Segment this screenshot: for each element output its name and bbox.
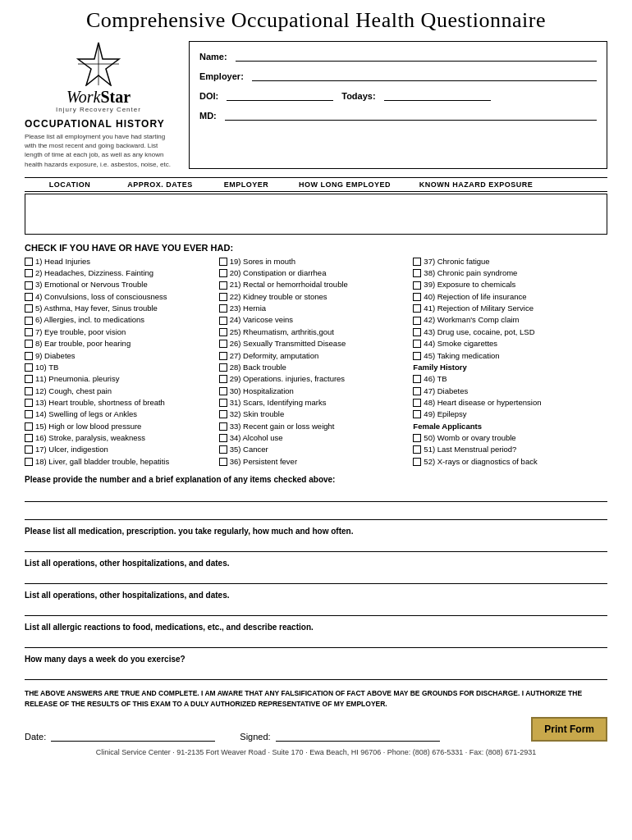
checkbox[interactable] bbox=[25, 458, 33, 466]
checkbox[interactable] bbox=[25, 399, 33, 407]
check-item: 10) TB bbox=[25, 363, 219, 372]
checkbox[interactable] bbox=[25, 281, 33, 290]
check-col-3: 37) Chronic fatigue38) Chronic pain synd… bbox=[413, 257, 607, 468]
checkbox[interactable] bbox=[219, 445, 227, 454]
checkbox[interactable] bbox=[25, 445, 33, 454]
checkbox[interactable] bbox=[413, 445, 421, 454]
checkbox[interactable] bbox=[25, 375, 33, 383]
signed-input-line[interactable] bbox=[276, 728, 440, 742]
checkbox[interactable] bbox=[413, 399, 421, 407]
checkbox[interactable] bbox=[413, 304, 421, 313]
check-item: 43) Drug use, cocaine, pot, LSD bbox=[413, 327, 607, 337]
checkbox[interactable] bbox=[25, 340, 33, 348]
operations-line-2[interactable] bbox=[25, 601, 607, 616]
operations-line-1[interactable] bbox=[25, 569, 607, 584]
medication-line[interactable] bbox=[25, 537, 607, 552]
check-item: 5) Asthma, Hay fever, Sinus trouble bbox=[25, 304, 219, 313]
checkbox[interactable] bbox=[25, 434, 33, 442]
check-col-2: 19) Sores in mouth20) Constipation or di… bbox=[219, 257, 414, 468]
checkbox[interactable] bbox=[25, 387, 33, 395]
check-item: 14) Swelling of legs or Ankles bbox=[25, 409, 219, 419]
date-input-line[interactable] bbox=[51, 728, 215, 742]
checkbox[interactable] bbox=[413, 458, 421, 466]
check-item: 12) Cough, chest pain bbox=[25, 386, 219, 396]
check-item: 31) Scars, Identifying marks bbox=[219, 398, 414, 408]
col-location-header: LOCATION bbox=[25, 180, 115, 189]
occ-history-title: OCCUPATIONAL HISTORY bbox=[25, 118, 172, 130]
checkbox[interactable] bbox=[413, 410, 421, 418]
checkbox[interactable] bbox=[219, 328, 227, 336]
checkbox[interactable] bbox=[413, 387, 421, 395]
checkbox[interactable] bbox=[413, 352, 421, 360]
checkbox[interactable] bbox=[413, 340, 421, 348]
date-field: Date: bbox=[25, 728, 215, 742]
check-item: 30) Hospitalization bbox=[219, 386, 414, 396]
check-item: 16) Stroke, paralysis, weakness bbox=[25, 433, 219, 443]
checkbox[interactable] bbox=[413, 258, 421, 266]
checkbox[interactable] bbox=[219, 387, 227, 395]
employer-input-line[interactable] bbox=[252, 68, 597, 81]
page-title: Comprehensive Occupational Health Questi… bbox=[25, 8, 607, 33]
check-grid: 1) Head Injuries2) Headaches, Dizziness.… bbox=[25, 257, 607, 468]
checkbox[interactable] bbox=[219, 399, 227, 407]
checkbox[interactable] bbox=[219, 340, 227, 348]
checkbox[interactable] bbox=[219, 317, 227, 325]
allergic-line[interactable] bbox=[25, 633, 607, 648]
provide-answer-line-1[interactable] bbox=[25, 487, 607, 502]
col-howlong-header: HOW LONG EMPLOYED bbox=[287, 180, 402, 189]
checkbox[interactable] bbox=[413, 281, 421, 290]
provide-section: Please provide the number and a brief ex… bbox=[25, 475, 607, 520]
md-input-line[interactable] bbox=[225, 107, 597, 121]
md-label: MD: bbox=[199, 111, 217, 121]
checkbox[interactable] bbox=[25, 363, 33, 372]
col-employer-header: EMPLOYER bbox=[205, 180, 287, 189]
checkbox[interactable] bbox=[219, 410, 227, 418]
doi-label: DOI: bbox=[199, 91, 218, 101]
checkbox[interactable] bbox=[219, 375, 227, 383]
checkbox[interactable] bbox=[25, 293, 33, 301]
todays-input-line[interactable] bbox=[384, 88, 491, 101]
checkbox[interactable] bbox=[413, 293, 421, 301]
checkbox[interactable] bbox=[25, 258, 33, 266]
doi-input-line[interactable] bbox=[227, 88, 333, 101]
print-form-button[interactable]: Print Form bbox=[531, 717, 607, 742]
check-item: Family History bbox=[413, 363, 607, 372]
checkbox[interactable] bbox=[413, 269, 421, 277]
checkbox[interactable] bbox=[219, 293, 227, 301]
name-input-line[interactable] bbox=[236, 48, 597, 62]
table-header: LOCATION APPROX. DATES EMPLOYER HOW LONG… bbox=[25, 177, 607, 192]
signed-label: Signed: bbox=[240, 732, 270, 742]
checkbox[interactable] bbox=[413, 328, 421, 336]
checkbox[interactable] bbox=[219, 269, 227, 277]
checkbox[interactable] bbox=[219, 458, 227, 466]
check-item: 28) Back trouble bbox=[219, 363, 414, 372]
checkbox[interactable] bbox=[219, 352, 227, 360]
checkbox[interactable] bbox=[219, 422, 227, 431]
checkbox[interactable] bbox=[413, 375, 421, 383]
bottom-row: Date: Signed: Print Form bbox=[25, 717, 607, 742]
logo-section: WorkStar Injury Recovery Center OCCUPATI… bbox=[25, 41, 172, 169]
name-row: Name: bbox=[199, 48, 597, 62]
checkbox[interactable] bbox=[25, 269, 33, 277]
employment-table-body[interactable] bbox=[25, 194, 607, 235]
checkbox[interactable] bbox=[25, 352, 33, 360]
checkbox[interactable] bbox=[219, 304, 227, 313]
checkbox[interactable] bbox=[413, 434, 421, 442]
check-item: 26) Sexually Transmitted Disease bbox=[219, 339, 414, 349]
checkbox[interactable] bbox=[25, 317, 33, 325]
checkbox[interactable] bbox=[25, 422, 33, 431]
checkbox[interactable] bbox=[219, 434, 227, 442]
checkbox[interactable] bbox=[25, 304, 33, 313]
checkbox[interactable] bbox=[25, 410, 33, 418]
checkbox[interactable] bbox=[413, 317, 421, 325]
exercise-line[interactable] bbox=[25, 665, 607, 680]
check-item: 49) Epilepsy bbox=[413, 409, 607, 419]
occ-history-desc: Please list all employment you have had … bbox=[25, 132, 172, 169]
provide-answer-line-2[interactable] bbox=[25, 505, 607, 520]
check-item: 41) Rejection of Military Service bbox=[413, 304, 607, 313]
checkbox[interactable] bbox=[219, 258, 227, 266]
check-item: 33) Recent gain or loss weight bbox=[219, 422, 414, 431]
checkbox[interactable] bbox=[25, 328, 33, 336]
checkbox[interactable] bbox=[219, 363, 227, 372]
checkbox[interactable] bbox=[219, 281, 227, 290]
